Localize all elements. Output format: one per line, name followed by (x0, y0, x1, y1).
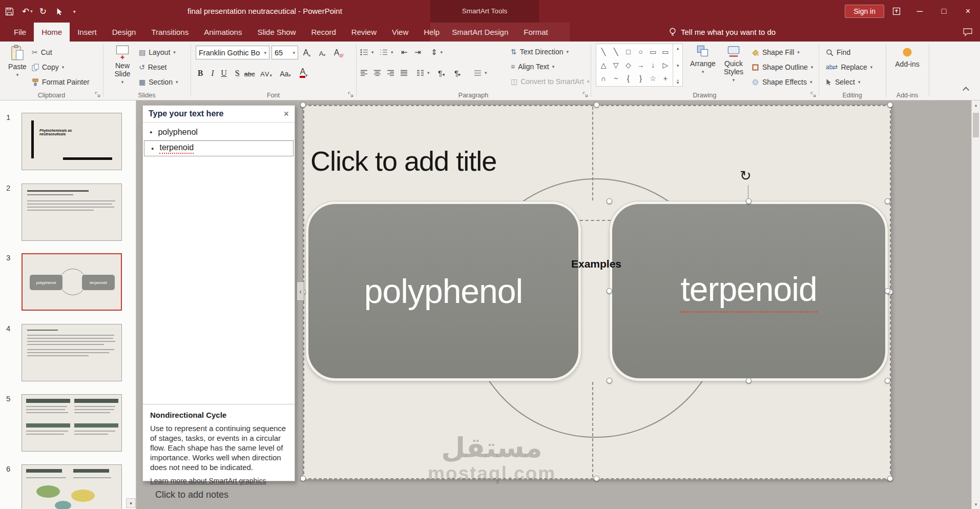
find-button[interactable]: Find (826, 46, 850, 59)
shape-handle[interactable] (885, 198, 890, 204)
arrange-button[interactable]: Arrange▾ (688, 43, 718, 74)
smartart-center-label[interactable]: Examples (555, 258, 637, 270)
gallery-more-icon[interactable]: ▾ (677, 80, 679, 85)
shape-handle[interactable] (885, 378, 890, 383)
increase-font-size-button[interactable]: A▴ (301, 46, 312, 59)
line-spacing-button[interactable]: ⇕▾ (431, 46, 443, 59)
add-remove-columns-button[interactable]: ▾ (474, 66, 487, 79)
comment-icon[interactable] (963, 28, 973, 36)
slide-canvas[interactable]: Click to add title polyphenol terpenoid … (303, 105, 891, 479)
sign-in-button[interactable]: Sign in (845, 5, 884, 18)
character-spacing-button[interactable]: AV▾ (260, 66, 273, 79)
shape-option-brace-right[interactable]: } (639, 74, 642, 83)
minimize-button[interactable]: ─ (908, 0, 932, 23)
convert-to-smartart-button[interactable]: ◫Convert to SmartArt▾ (511, 75, 589, 88)
shape-handle[interactable] (746, 378, 752, 383)
text-pane-item-current[interactable]: ● terpenoid (144, 140, 294, 156)
rotate-cursor-icon[interactable]: ↻ (740, 168, 752, 184)
slide-thumbnail-1[interactable]: Phytochemicals as neutraceuticals (22, 113, 122, 170)
tab-slide-show[interactable]: Slide Show (249, 23, 303, 42)
shape-fill-button[interactable]: Shape Fill▾ (752, 46, 800, 59)
shape-option-line2[interactable]: ╲ (614, 48, 618, 56)
shape-effects-button[interactable]: Shape Effects▾ (752, 75, 812, 89)
tab-transitions[interactable]: Transitions (143, 23, 196, 42)
add-ins-button[interactable]: Add-ins (893, 45, 922, 68)
tab-home[interactable]: Home (34, 23, 70, 42)
scrollbar-thumb[interactable] (973, 113, 979, 137)
collapse-ribbon-icon[interactable] (962, 87, 969, 93)
shape-option-rounded-rect[interactable]: ▭ (650, 48, 656, 56)
italic-button[interactable]: I (207, 66, 218, 79)
selection-handle[interactable] (300, 102, 306, 108)
shape-handle[interactable] (607, 198, 612, 204)
section-button[interactable]: ▦Section▾ (139, 75, 178, 89)
decrease-font-size-button[interactable]: A▾ (317, 46, 328, 59)
font-size-combobox[interactable]: 65▾ (272, 46, 298, 59)
align-right-button[interactable] (387, 66, 394, 79)
bullets-button[interactable]: ▾ (360, 46, 374, 59)
slide-thumbnail-2[interactable] (22, 184, 122, 241)
format-painter-button[interactable]: Format Painter (32, 75, 90, 89)
strikethrough-button[interactable]: abc (244, 66, 255, 79)
slide-thumbnail-6[interactable] (22, 464, 122, 509)
shape-option-star[interactable]: ☆ (650, 74, 656, 83)
shape-option-plus[interactable]: + (663, 74, 668, 83)
shape-option-rect2[interactable]: ▭ (662, 48, 669, 56)
slide-thumbnail-5[interactable] (22, 394, 122, 452)
justify-button[interactable] (400, 66, 408, 79)
tab-file[interactable]: File (6, 23, 34, 42)
shape-handle[interactable] (607, 378, 612, 383)
tab-smartart-design[interactable]: SmartArt Design (444, 23, 516, 42)
smartart-shape-polyphenol[interactable]: polyphenol (306, 201, 581, 381)
align-text-button[interactable]: ≡Align Text▾ (511, 60, 554, 73)
decrease-indent-button[interactable]: ⇤ (401, 46, 408, 59)
shape-option-diamond[interactable]: ◇ (625, 61, 631, 69)
selection-handle[interactable] (300, 476, 306, 481)
shape-handle[interactable] (607, 288, 612, 294)
tab-record[interactable]: Record (303, 23, 343, 42)
shape-handle[interactable] (885, 288, 890, 294)
align-center-button[interactable] (373, 66, 381, 79)
tab-insert[interactable]: Insert (70, 23, 105, 42)
notes-placeholder[interactable]: Click to add notes (155, 490, 228, 500)
close-button[interactable]: × (956, 0, 980, 23)
ltr-text-button[interactable]: ¶◂ (438, 66, 445, 79)
vertical-scrollbar[interactable]: ▴ ▾ (971, 100, 980, 509)
save-icon[interactable] (5, 7, 15, 16)
slide-thumbnail-3[interactable]: polyphenol terpenoid (22, 253, 122, 311)
new-slide-button[interactable]: New Slide▾ (108, 43, 137, 85)
drawing-dialog-launcher[interactable] (810, 92, 817, 98)
shape-option-brace-left[interactable]: { (627, 74, 630, 83)
font-color-button[interactable]: A▾ (298, 66, 309, 79)
shape-option-arrow-down[interactable]: ↓ (651, 61, 655, 69)
numbering-button[interactable]: ▾ (380, 46, 393, 59)
paste-button[interactable]: Paste▾ (4, 43, 31, 77)
columns-button[interactable]: ▾ (416, 66, 430, 79)
smartart-shape-terpenoid[interactable]: terpenoid (610, 201, 888, 381)
underline-button[interactable]: U (218, 66, 230, 79)
shape-option-rect[interactable]: □ (626, 48, 630, 56)
reset-button[interactable]: ↺Reset (139, 60, 166, 74)
tab-review[interactable]: Review (344, 23, 384, 42)
shapes-gallery[interactable]: ╲╲□○▭▭ △▽◇→↓▷ ∩~{}☆+ ▴ ▾ ▾ (596, 44, 683, 87)
change-case-button[interactable]: Aa▾ (280, 66, 291, 79)
gallery-up-icon[interactable]: ▴ (677, 46, 679, 51)
learn-more-link[interactable]: Learn more about SmartArt graphics (150, 477, 266, 486)
scroll-down-icon[interactable]: ▾ (972, 500, 980, 509)
tab-animations[interactable]: Animations (196, 23, 249, 42)
quick-styles-button[interactable]: Quick Styles▾ (719, 43, 748, 83)
clear-formatting-button[interactable]: A (333, 46, 344, 59)
undo-button[interactable]: ↶▾ (22, 6, 33, 17)
layout-button[interactable]: ▤Layout▾ (139, 46, 176, 59)
align-left-button[interactable] (360, 66, 368, 79)
text-pane-item[interactable]: ● polyphenol (143, 125, 295, 140)
selection-handle[interactable] (594, 476, 599, 481)
selection-handle[interactable] (594, 102, 599, 108)
shape-option-arc[interactable]: ∩ (601, 74, 606, 83)
selection-handle[interactable] (887, 102, 893, 108)
ribbon-display-options-icon[interactable] (892, 7, 901, 15)
text-pane-toggle[interactable]: ‹ (297, 281, 304, 301)
touch-mouse-mode-icon[interactable] (56, 8, 67, 15)
tab-view[interactable]: View (384, 23, 416, 42)
select-button[interactable]: Select▾ (826, 75, 860, 89)
